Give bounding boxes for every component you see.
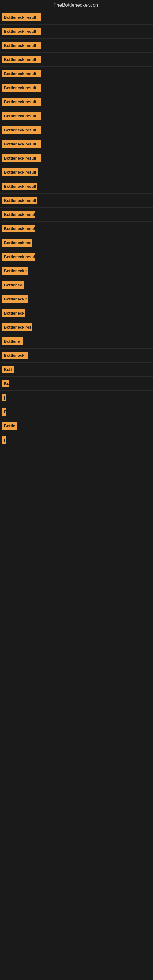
bottleneck-result-label: Bottlene xyxy=(2,337,23,345)
bottleneck-bar[interactable]: Bottle xyxy=(2,422,153,430)
list-item: Bottleneck res xyxy=(0,320,153,334)
bottleneck-result-label: Bottleneck r xyxy=(2,352,27,359)
list-item: Bottleneck result xyxy=(0,165,153,180)
bottleneck-bar[interactable]: Bottleneck result xyxy=(2,183,153,190)
list-item: Bottleneck result xyxy=(0,151,153,165)
list-item: Bottleneck result xyxy=(0,137,153,151)
list-item: Bottlene xyxy=(0,334,153,348)
bottleneck-result-label: Bottleneck result xyxy=(2,253,35,261)
bottleneck-bar[interactable]: Bottleneck result xyxy=(2,197,153,204)
bottleneck-bar[interactable]: Bott xyxy=(2,366,153,373)
bottleneck-result-label: Bottleneck res xyxy=(2,239,32,247)
bottleneck-bar[interactable]: Bottlene xyxy=(2,337,153,345)
bottleneck-result-label: Bottleneck result xyxy=(2,41,41,49)
bottleneck-bar[interactable]: Bottleneck result xyxy=(2,56,153,64)
bottleneck-bar[interactable]: Bottleneck result xyxy=(2,154,153,162)
bottleneck-bar[interactable]: Bottleneck result xyxy=(2,225,153,232)
list-item: Bottleneck result xyxy=(0,109,153,123)
list-item: Bottleneck r xyxy=(0,264,153,278)
bottleneck-bar[interactable]: Bottleneck r xyxy=(2,267,153,275)
bottleneck-bar[interactable]: Bottleneck r xyxy=(2,352,153,359)
bottleneck-result-label: Bottleneck result xyxy=(2,197,37,204)
bottleneck-bar[interactable]: Bottleneck xyxy=(2,309,153,317)
bottleneck-result-label: Bottleneck result xyxy=(2,27,41,35)
list-item: Bottleneck result xyxy=(0,194,153,208)
bottleneck-result-label: Bottleneck result xyxy=(2,70,41,78)
bottleneck-bar[interactable]: B xyxy=(2,408,153,415)
list-item: Bottleneck result xyxy=(0,123,153,137)
list-item: Bottleneck xyxy=(0,306,153,320)
bottleneck-bar[interactable]: Bottleneck result xyxy=(2,70,153,78)
bottleneck-result-label: Bottleneck result xyxy=(2,211,35,218)
bottleneck-result-label: Bottleneck r xyxy=(2,295,27,303)
bottleneck-result-label: Bottleneck r xyxy=(2,267,27,275)
list-item: Bottleneck result xyxy=(0,95,153,109)
bottleneck-bar[interactable]: Bottleneck result xyxy=(2,41,153,49)
bottleneck-bar[interactable]: Bottleneck result xyxy=(2,112,153,120)
bottleneck-result-label: B xyxy=(2,408,6,415)
bottleneck-bar[interactable]: Bottleneck result xyxy=(2,140,153,148)
list-item: Bottleneck result xyxy=(0,52,153,67)
bottleneck-result-label: Bottleneck result xyxy=(2,126,41,134)
bottleneck-bar[interactable]: Bottleneck result xyxy=(2,253,153,261)
list-item: Bottleneck res xyxy=(0,236,153,250)
bottleneck-result-label: Bottleneck result xyxy=(2,169,38,176)
list-item: Bottleneck result xyxy=(0,10,153,24)
list-item: Bottleneck result xyxy=(0,81,153,95)
bottleneck-bar[interactable]: Bottleneck res xyxy=(2,239,153,247)
bottleneck-bar[interactable]: | xyxy=(2,436,153,444)
bottleneck-bar[interactable]: Bo xyxy=(2,380,153,387)
list-item: Bottleneck result xyxy=(0,38,153,52)
bottleneck-bar[interactable]: | xyxy=(2,394,153,401)
list-item: Bottleneck result xyxy=(0,67,153,81)
site-title: TheBottlenecker.com xyxy=(0,0,153,10)
bottleneck-result-label: Bottleneck result xyxy=(2,112,41,120)
list-item: B xyxy=(0,405,153,419)
bottleneck-result-label: | xyxy=(2,436,6,444)
list-item: Bottle xyxy=(0,419,153,433)
bottleneck-bar[interactable]: Bottleneck r xyxy=(2,295,153,303)
bottleneck-bar[interactable]: Bottleneck result xyxy=(2,126,153,134)
bottleneck-result-label: Bottleneck result xyxy=(2,56,41,64)
bottleneck-result-label: Bottleneck result xyxy=(2,183,37,190)
bottleneck-bar[interactable]: Bottleneck result xyxy=(2,13,153,21)
bottleneck-result-label: Bott xyxy=(2,366,14,373)
bottleneck-result-label: Bottleneck result xyxy=(2,140,41,148)
bottleneck-result-label: Bottleneck result xyxy=(2,98,41,106)
list-item: Bottleneck result xyxy=(0,180,153,194)
bottleneck-bar[interactable]: Bottleneck result xyxy=(2,84,153,92)
bottleneck-bar[interactable]: Bottleneck result xyxy=(2,211,153,218)
list-item: | xyxy=(0,433,153,447)
list-item: Bottlenec xyxy=(0,278,153,292)
bottleneck-result-label: Bottleneck result xyxy=(2,225,35,232)
bottleneck-bar[interactable]: Bottleneck result xyxy=(2,98,153,106)
list-item: | xyxy=(0,391,153,405)
bottleneck-result-label: Bottleneck result xyxy=(2,13,41,21)
bottleneck-result-label: Bottleneck result xyxy=(2,154,41,162)
bottleneck-result-label: Bottleneck xyxy=(2,309,26,317)
list-item: Bottleneck r xyxy=(0,292,153,306)
bottleneck-result-label: Bottle xyxy=(2,422,17,430)
list-item: Bottleneck result xyxy=(0,24,153,38)
list-item: Bottleneck result xyxy=(0,222,153,236)
list-item: Bottleneck result xyxy=(0,208,153,222)
list-item: Bo xyxy=(0,377,153,391)
bottleneck-result-label: Bottleneck res xyxy=(2,323,32,331)
list-item: Bottleneck r xyxy=(0,348,153,363)
list-item: Bott xyxy=(0,363,153,377)
bottleneck-result-label: Bottlenec xyxy=(2,281,24,289)
bottleneck-result-label: Bottleneck result xyxy=(2,84,41,92)
bottleneck-result-label: | xyxy=(2,394,6,401)
bottleneck-result-label: Bo xyxy=(2,380,9,387)
list-item: Bottleneck result xyxy=(0,250,153,264)
bottleneck-bar[interactable]: Bottleneck result xyxy=(2,169,153,176)
bottleneck-bar[interactable]: Bottleneck res xyxy=(2,323,153,331)
bottleneck-bar[interactable]: Bottlenec xyxy=(2,281,153,289)
rows-container: Bottleneck resultBottleneck resultBottle… xyxy=(0,10,153,447)
bottleneck-bar[interactable]: Bottleneck result xyxy=(2,27,153,35)
